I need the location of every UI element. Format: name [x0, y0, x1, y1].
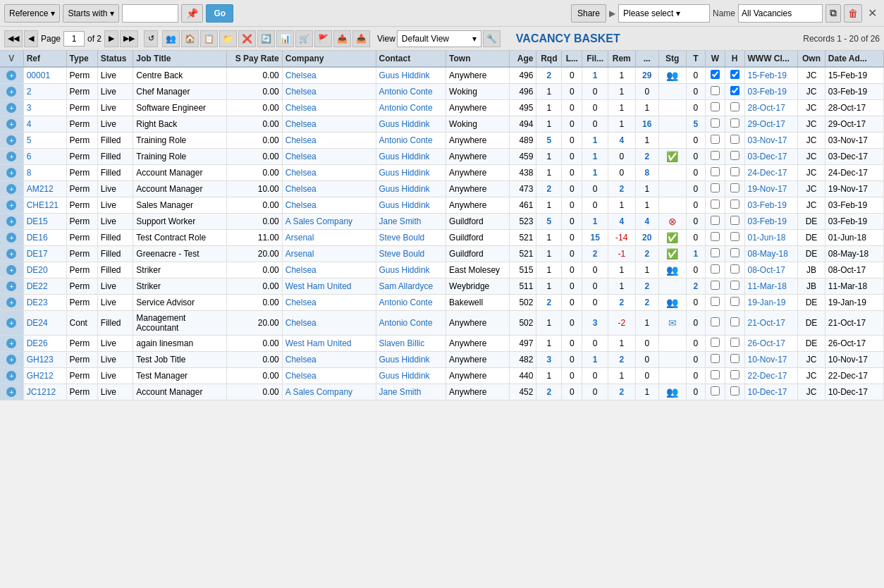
contact-link[interactable]: Guus Hiddink: [379, 119, 430, 129]
ref-link[interactable]: DE22: [27, 281, 48, 291]
h-checkbox[interactable]: [730, 248, 739, 257]
toolbar-icon-5[interactable]: ❌: [238, 30, 256, 47]
add-row-button[interactable]: +: [6, 355, 16, 365]
contact-link[interactable]: Guus Hiddink: [379, 355, 430, 365]
ref-link[interactable]: DE16: [27, 233, 48, 243]
toolbar-icon-2[interactable]: 🏠: [181, 30, 199, 47]
ref-link[interactable]: DE26: [27, 338, 48, 348]
add-row-button[interactable]: +: [6, 103, 16, 113]
add-row-button[interactable]: +: [6, 216, 16, 226]
company-link[interactable]: Chelsea: [286, 168, 317, 178]
add-row-button[interactable]: +: [6, 371, 16, 381]
company-link[interactable]: Chelsea: [286, 355, 317, 365]
ref-link[interactable]: 2: [27, 87, 32, 97]
col-www[interactable]: WWW Cl...: [744, 51, 798, 67]
w-checkbox[interactable]: [711, 338, 720, 347]
add-row-button[interactable]: +: [6, 338, 16, 348]
toolbar-icon-8[interactable]: 🛒: [295, 30, 313, 47]
contact-link[interactable]: Guus Hiddink: [379, 265, 430, 275]
company-link[interactable]: Chelsea: [286, 265, 317, 275]
col-ref[interactable]: Ref: [23, 51, 66, 67]
w-checkbox[interactable]: [711, 167, 720, 176]
w-checkbox[interactable]: [711, 102, 720, 111]
toolbar-icon-10[interactable]: 📤: [333, 30, 351, 47]
h-checkbox[interactable]: [730, 200, 739, 209]
toolbar-icon-4[interactable]: 📁: [219, 30, 237, 47]
add-row-button[interactable]: +: [6, 318, 16, 328]
contact-link[interactable]: Guus Hiddink: [379, 168, 430, 178]
ref-link[interactable]: 8: [27, 168, 32, 178]
w-checkbox[interactable]: [711, 232, 720, 241]
add-row-button[interactable]: +: [6, 135, 16, 145]
w-checkbox[interactable]: [711, 183, 720, 192]
ref-link[interactable]: 6: [27, 152, 32, 161]
col-rqd[interactable]: Rqd: [536, 51, 562, 67]
col-w[interactable]: W: [706, 51, 725, 67]
share-button[interactable]: Share: [571, 4, 606, 23]
add-row-button[interactable]: +: [6, 233, 16, 243]
toolbar-icon-3[interactable]: 📋: [200, 30, 218, 47]
w-checkbox[interactable]: [711, 70, 720, 79]
col-type[interactable]: Type: [66, 51, 97, 67]
h-checkbox[interactable]: [730, 135, 739, 144]
ref-link[interactable]: DE20: [27, 265, 48, 275]
ref-link[interactable]: GH212: [27, 371, 54, 381]
col-age[interactable]: Age: [509, 51, 536, 67]
search-input[interactable]: [122, 4, 178, 23]
toolbar-icon-6[interactable]: 🔄: [257, 30, 275, 47]
add-row-button[interactable]: +: [6, 249, 16, 259]
ref-link[interactable]: DE24: [27, 318, 48, 328]
ref-link[interactable]: JC1212: [27, 387, 56, 397]
ref-link[interactable]: 4: [27, 119, 32, 129]
ref-link[interactable]: 3: [27, 103, 32, 113]
company-link[interactable]: Chelsea: [286, 152, 317, 161]
ref-link[interactable]: DE23: [27, 298, 48, 307]
refresh-button[interactable]: ↺: [144, 30, 158, 47]
w-checkbox[interactable]: [711, 86, 720, 95]
company-link[interactable]: Chelsea: [286, 298, 317, 307]
col-spay[interactable]: S Pay Rate: [227, 51, 283, 67]
col-dateadd[interactable]: Date Ad...: [825, 51, 883, 67]
add-row-button[interactable]: +: [6, 119, 16, 129]
contact-link[interactable]: Steve Bould: [379, 233, 425, 243]
company-link[interactable]: Chelsea: [286, 318, 317, 328]
contact-link[interactable]: Guus Hiddink: [379, 184, 430, 194]
please-select-dropdown[interactable]: Please select ▾: [618, 4, 710, 23]
w-checkbox[interactable]: [711, 370, 720, 379]
ref-link[interactable]: GH123: [27, 355, 54, 365]
add-row-button[interactable]: +: [6, 298, 16, 307]
view-dropdown[interactable]: Default View ▾: [397, 30, 481, 47]
h-checkbox[interactable]: [730, 183, 739, 192]
ref-link[interactable]: 00001: [27, 71, 50, 80]
add-row-button[interactable]: +: [6, 71, 16, 80]
vacancy-input[interactable]: [738, 4, 823, 23]
h-checkbox[interactable]: [730, 151, 739, 160]
add-row-button[interactable]: +: [6, 281, 16, 291]
close-button[interactable]: ✕: [865, 6, 880, 20]
last-page-button[interactable]: ▶▶: [120, 30, 138, 47]
col-l[interactable]: L...: [562, 51, 582, 67]
w-checkbox[interactable]: [711, 200, 720, 209]
h-checkbox[interactable]: [730, 354, 739, 363]
company-link[interactable]: Chelsea: [286, 371, 317, 381]
col-company[interactable]: Company: [282, 51, 376, 67]
delete-button[interactable]: 🗑: [844, 4, 862, 23]
add-row-button[interactable]: +: [6, 387, 16, 397]
w-checkbox[interactable]: [711, 135, 720, 144]
contact-link[interactable]: Jane Smith: [379, 216, 422, 226]
toolbar-icon-11[interactable]: 📥: [352, 30, 370, 47]
page-input[interactable]: [63, 31, 85, 47]
company-link[interactable]: Chelsea: [286, 103, 317, 113]
col-v[interactable]: V: [0, 51, 23, 67]
company-link[interactable]: Arsenal: [286, 249, 314, 259]
wrench-button[interactable]: 🔧: [483, 30, 501, 47]
company-link[interactable]: A Sales Company: [286, 216, 352, 226]
w-checkbox[interactable]: [711, 216, 720, 225]
add-row-button[interactable]: +: [6, 87, 16, 97]
contact-link[interactable]: Steve Bould: [379, 249, 425, 259]
h-checkbox[interactable]: [730, 216, 739, 225]
company-link[interactable]: A Sales Company: [286, 387, 352, 397]
col-status[interactable]: Status: [97, 51, 133, 67]
col-fil[interactable]: Fil...: [582, 51, 608, 67]
col-t[interactable]: T: [686, 51, 706, 67]
